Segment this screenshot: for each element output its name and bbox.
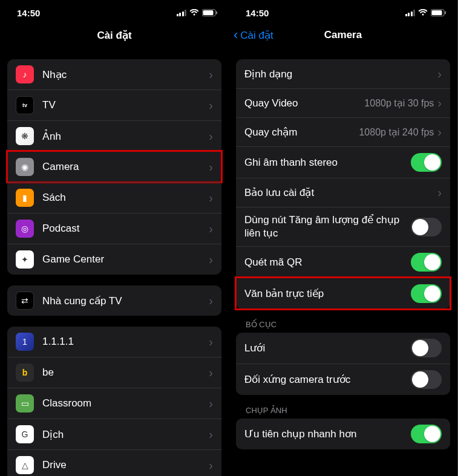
row-classroom[interactable]: ▭Classroom› <box>7 388 221 419</box>
row-label: Bảo lưu cài đặt <box>244 186 437 199</box>
wifi-icon <box>189 9 199 16</box>
row-label: Văn bản trực tiếp <box>244 287 411 300</box>
row-label: Quay chậm <box>244 126 359 139</box>
group-header: CHỤP ẢNH <box>236 395 450 419</box>
chevron-right-icon: › <box>209 129 213 143</box>
row-be[interactable]: bbe› <box>7 357 221 388</box>
row-label: Đối xứng camera trước <box>244 373 411 386</box>
row-qr[interactable]: Quét mã QR <box>236 246 450 278</box>
settings-group: Ưu tiên chụp nhanh hơn <box>236 419 450 449</box>
row-label: be <box>42 367 209 379</box>
chevron-right-icon: › <box>437 186 442 200</box>
settings-group: ♪Nhạc›tvTV›❋Ảnh›◉Camera›▮Sách›◎Podcast›✦… <box>7 59 221 275</box>
status-time: 14:50 <box>246 8 269 18</box>
row-volume-burst[interactable]: Dùng nút Tăng âm lượng để chụp liên tục <box>236 207 450 246</box>
left-phone: 14:50 Cài đặt ♪Nhạc›tvTV›❋Ảnh›◉Camera›▮S… <box>0 0 229 476</box>
books-icon: ▮ <box>16 189 34 207</box>
row-label: Ưu tiên chụp nhanh hơn <box>244 428 411 440</box>
status-icons <box>177 9 218 16</box>
app-1111-icon: 1 <box>16 333 34 351</box>
svg-rect-4 <box>432 10 442 15</box>
battery-icon <box>431 9 447 16</box>
row-label: Ghi âm thanh stereo <box>244 157 411 169</box>
app-be-icon: b <box>16 364 34 382</box>
row-label: Lưới <box>244 342 411 354</box>
wifi-icon <box>418 9 428 16</box>
battery-icon <box>202 9 218 16</box>
row-live-text[interactable]: Văn bản trực tiếp <box>236 278 450 309</box>
page-title: Camera <box>324 29 362 41</box>
toggle-switch[interactable] <box>411 153 442 172</box>
row-label: 1.1.1.1 <box>42 336 209 348</box>
row-photos[interactable]: ❋Ảnh› <box>7 120 221 151</box>
chevron-right-icon: › <box>437 125 442 139</box>
row-drive[interactable]: △Drive› <box>7 449 221 476</box>
music-icon: ♪ <box>16 65 34 83</box>
row-tvprovider[interactable]: ⇄Nhà cung cấp TV› <box>7 285 221 316</box>
signal-icon <box>405 10 416 16</box>
toggle-switch[interactable] <box>411 370 442 389</box>
row-gamecenter[interactable]: ✦Game Center› <box>7 244 221 275</box>
chevron-right-icon: › <box>209 294 213 308</box>
row-label: Classroom <box>42 397 209 409</box>
toggle-switch[interactable] <box>411 425 442 443</box>
signal-icon <box>177 10 187 16</box>
chevron-right-icon: › <box>209 458 213 472</box>
nav-bar: Cài đặt <box>0 22 229 48</box>
chevron-right-icon: › <box>209 366 213 380</box>
toggle-switch[interactable] <box>411 253 442 272</box>
chevron-right-icon: › <box>209 99 213 112</box>
nav-bar: ‹ Cài đặt Camera <box>229 22 457 48</box>
svg-rect-1 <box>203 10 214 15</box>
settings-group: 11.1.1.1›bbe›▭Classroom›GDịch›△Drive› <box>7 327 221 476</box>
toggle-switch[interactable] <box>411 284 442 303</box>
row-label: Nhà cung cấp TV <box>42 295 209 307</box>
row-stereo[interactable]: Ghi âm thanh stereo <box>236 146 450 178</box>
back-label: Cài đặt <box>240 29 273 42</box>
chevron-right-icon: › <box>437 67 442 81</box>
settings-group: Định dạng›Quay Video1080p tại 30 fps›Qua… <box>236 59 450 309</box>
row-podcast[interactable]: ◎Podcast› <box>7 213 221 244</box>
row-formats[interactable]: Định dạng› <box>236 59 450 88</box>
camera-settings-list[interactable]: Định dạng›Quay Video1080p tại 30 fps›Qua… <box>229 48 457 476</box>
row-camera[interactable]: ◉Camera› <box>7 151 221 182</box>
toggle-switch[interactable] <box>411 339 442 357</box>
row-label: Dùng nút Tăng âm lượng để chụp liên tục <box>244 214 411 240</box>
back-button[interactable]: ‹ Cài đặt <box>234 28 273 42</box>
app-classroom-icon: ▭ <box>16 394 34 412</box>
right-phone: 14:50 ‹ Cài đặt Camera Định dạng›Quay Vi… <box>229 0 457 476</box>
row-detail: 1080p tại 240 fps <box>359 126 434 138</box>
gamecenter-icon: ✦ <box>16 250 34 269</box>
podcast-icon: ◎ <box>16 220 34 238</box>
chevron-right-icon: › <box>209 68 213 82</box>
row-record-video[interactable]: Quay Video1080p tại 30 fps› <box>236 88 450 117</box>
status-time: 14:50 <box>17 8 40 18</box>
chevron-left-icon: ‹ <box>234 28 238 42</box>
row-preserve[interactable]: Bảo lưu cài đặt› <box>236 178 450 207</box>
row-record-slomo[interactable]: Quay chậm1080p tại 240 fps› <box>236 117 450 146</box>
row-label: Game Center <box>42 253 209 266</box>
app-drive-icon: △ <box>16 456 34 474</box>
chevron-right-icon: › <box>209 397 213 411</box>
page-title: Cài đặt <box>97 29 131 42</box>
settings-list[interactable]: ♪Nhạc›tvTV›❋Ảnh›◉Camera›▮Sách›◎Podcast›✦… <box>0 48 229 476</box>
chevron-right-icon: › <box>209 160 213 174</box>
app-translate-icon: G <box>16 425 34 443</box>
row-1111[interactable]: 11.1.1.1› <box>7 327 221 357</box>
row-grid[interactable]: Lưới <box>236 333 450 364</box>
toggle-switch[interactable] <box>411 218 442 236</box>
row-detail: 1080p tại 30 fps <box>364 97 434 109</box>
row-faster-capture[interactable]: Ưu tiên chụp nhanh hơn <box>236 419 450 449</box>
row-tv[interactable]: tvTV› <box>7 90 221 120</box>
chevron-right-icon: › <box>209 335 213 349</box>
row-books[interactable]: ▮Sách› <box>7 182 221 213</box>
status-bar: 14:50 <box>229 0 457 22</box>
row-label: Quay Video <box>244 97 364 109</box>
tv-icon: tv <box>16 96 34 114</box>
svg-rect-2 <box>216 11 217 15</box>
chevron-right-icon: › <box>209 191 213 205</box>
status-icons <box>405 9 447 16</box>
row-translate[interactable]: GDịch› <box>7 419 221 449</box>
row-music[interactable]: ♪Nhạc› <box>7 59 221 90</box>
row-mirror-front[interactable]: Đối xứng camera trước <box>236 364 450 395</box>
